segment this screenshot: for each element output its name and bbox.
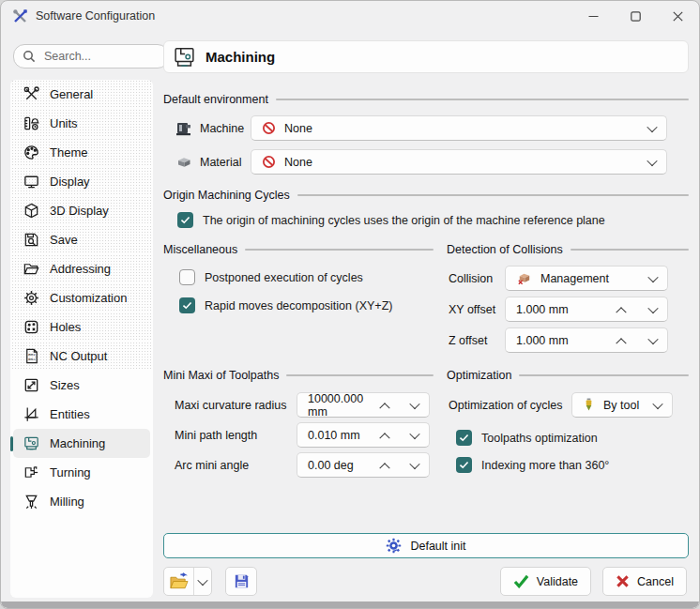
theme-icon [22,143,41,162]
sidebar-item-turning[interactable]: Turning [11,458,152,487]
spin-down-icon[interactable] [409,458,419,468]
cycles-label: Optimization of cycles [449,399,568,412]
collision-value: Management [540,272,641,285]
section-collisions: Detection of Collisions Collision [447,243,689,353]
open-file-split-button[interactable] [163,567,212,596]
svg-text:G02: G02 [28,357,36,361]
by-tool-icon [583,398,595,412]
machining-header-icon [173,45,196,69]
chevron-down-icon [652,398,662,408]
section-rule [276,99,689,100]
sidebar-item-save[interactable]: Save [11,225,152,254]
sidebar-item-display[interactable]: Display [11,167,152,196]
rapid-checkbox[interactable] [179,297,195,313]
main-panel: Machining Default environment Machine [163,40,689,478]
search-input[interactable] [42,49,140,64]
spin-up-icon[interactable] [379,463,389,473]
chevron-down-icon [197,574,207,585]
default-init-button[interactable]: Default init [163,533,689,558]
close-button[interactable] [657,1,699,31]
sidebar-item-label: Save [50,233,78,247]
window-title: Software Configuration [36,9,155,23]
sidebar-item-customization[interactable]: Customization [11,283,152,312]
maximize-button[interactable] [615,1,657,31]
nc-document-icon: G01 G02 [22,346,41,366]
z-offset-spinner[interactable]: 1.000 mm [505,327,668,353]
mini-path-value: 0.010 mm [308,429,373,442]
cancel-button[interactable]: Cancel [602,567,687,596]
collision-icon [516,270,532,286]
minimize-button[interactable] [572,1,615,31]
machine-dropdown[interactable]: None [251,115,667,141]
sidebar-item-3d-display[interactable]: 3D Display [11,196,152,225]
entities-icon [22,404,41,424]
indexing-label: Indexing more than 360° [481,459,609,472]
general-icon [22,84,41,104]
origin-checkbox-row: The origin of machining cycles uses the … [163,212,689,228]
postponed-label: Postponed execution of cycles [205,271,363,284]
mini-path-spinner[interactable]: 0.010 mm [297,422,430,448]
sidebar-item-machining[interactable]: Machining [13,429,150,458]
section-miscellaneous: Miscellaneous Postponed execution of cyc… [163,243,434,353]
postponed-row: Postponed execution of cycles [163,269,434,285]
arc-angle-label: Arc mini angle [175,459,291,472]
origin-checkbox[interactable] [177,212,193,228]
section-origin: Origin Machining Cycles [163,189,689,202]
section-optimization: Optimization Optimization of cycles [447,369,689,478]
toolpaths-checkbox[interactable] [456,430,472,446]
sidebar-item-general[interactable]: General [11,80,152,109]
validate-button[interactable]: Validate [500,567,591,596]
machine-label: Machine [200,122,243,135]
spin-up-icon[interactable] [379,403,389,413]
material-value: None [284,156,640,169]
toolpaths-row: Toolpaths optimization [447,430,689,446]
sidebar-item-label: Turning [50,465,91,480]
search-box [13,44,169,69]
xy-offset-spinner[interactable]: 1.000 mm [505,297,668,322]
origin-checkbox-label: The origin of machining cycles uses the … [203,214,605,227]
turning-icon [22,463,41,482]
section-default-environment: Default environment [163,93,689,106]
material-dropdown[interactable]: None [251,149,667,175]
open-folder-icon[interactable] [164,568,193,595]
spin-down-icon[interactable] [647,302,658,312]
save-file-button[interactable] [225,567,257,596]
sidebar-item-nc-output[interactable]: G01 G02 NC Output [11,342,152,371]
page-header: Machining [163,40,689,73]
material-row: Material None [163,149,689,175]
sidebar-item-label: Customization [50,291,127,305]
window-bottom-edge [1,601,699,608]
section-rule [245,249,434,251]
material-label: Material [200,156,243,169]
sidebar-item-milling[interactable]: Milling [11,487,152,516]
sidebar-item-entities[interactable]: Entities [11,400,152,429]
search-icon [23,50,36,63]
open-file-dropdown-arrow[interactable] [194,568,211,595]
collision-row: Collision Management [447,266,689,291]
sidebar-item-sizes[interactable]: Sizes [11,371,152,400]
indexing-checkbox[interactable] [456,457,472,473]
postponed-checkbox[interactable] [179,269,195,285]
sidebar-item-holes[interactable]: Holes [11,312,152,342]
arc-angle-spinner[interactable]: 0.00 deg [297,452,430,478]
xy-offset-label: XY offset [449,303,497,316]
rapid-label: Rapid moves decomposition (XY+Z) [205,299,392,312]
sidebar-item-addressing[interactable]: Addressing [11,254,152,283]
cycles-dropdown[interactable]: By tool [571,392,673,418]
default-init-label: Default init [410,540,465,553]
spin-down-icon[interactable] [409,428,419,438]
spin-down-icon[interactable] [647,333,658,343]
spin-down-icon[interactable] [409,398,419,408]
maxi-curvature-spinner[interactable]: 10000.000 mm [297,392,430,418]
collision-dropdown[interactable]: Management [505,266,668,291]
sidebar-item-units[interactable]: Units [11,109,152,138]
sidebar-item-label: Addressing [50,262,111,276]
sidebar-item-theme[interactable]: Theme [11,138,152,167]
section-minimaxi: Mini Maxi of Toolpaths Maxi curvature ra… [163,369,434,478]
collision-label: Collision [449,272,497,285]
z-offset-row: Z offset 1.000 mm [447,327,689,353]
spin-up-icon[interactable] [616,307,626,317]
spin-up-icon[interactable] [616,338,626,348]
spin-up-icon[interactable] [379,433,389,443]
sidebar-item-label: Entities [50,407,90,421]
